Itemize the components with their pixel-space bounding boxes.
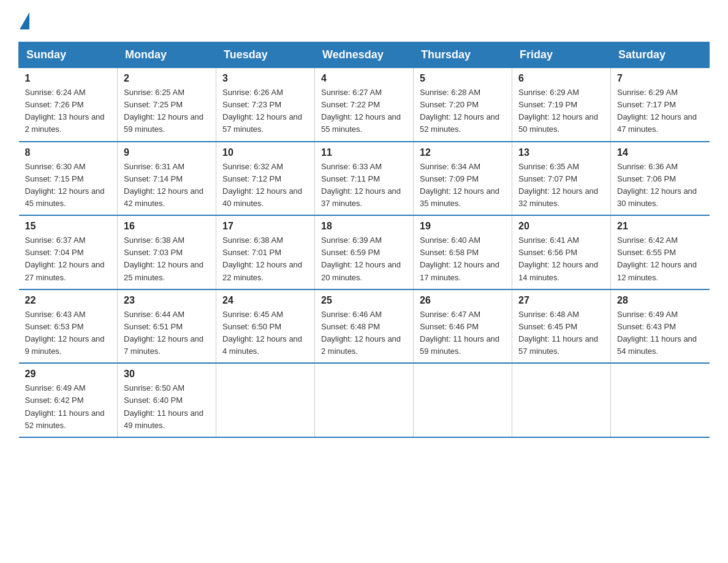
day-cell: 18 Sunrise: 6:39 AMSunset: 6:59 PMDaylig…: [315, 215, 414, 289]
page-header: [18, 12, 710, 29]
day-number: 13: [518, 147, 604, 158]
day-number: 11: [321, 147, 407, 158]
day-info: Sunrise: 6:38 AMSunset: 7:01 PMDaylight:…: [222, 234, 308, 284]
day-number: 25: [321, 295, 407, 306]
day-cell: 20 Sunrise: 6:41 AMSunset: 6:56 PMDaylig…: [512, 215, 611, 289]
day-cell: 19 Sunrise: 6:40 AMSunset: 6:58 PMDaylig…: [414, 215, 512, 289]
day-cell: [611, 363, 710, 437]
day-cell: 30 Sunrise: 6:50 AMSunset: 6:40 PMDaylig…: [118, 363, 216, 437]
logo: [18, 12, 31, 29]
day-cell: 11 Sunrise: 6:33 AMSunset: 7:11 PMDaylig…: [315, 142, 414, 216]
day-info: Sunrise: 6:49 AMSunset: 6:42 PMDaylight:…: [25, 382, 112, 432]
day-info: Sunrise: 6:46 AMSunset: 6:48 PMDaylight:…: [321, 308, 407, 358]
header-wednesday: Wednesday: [315, 42, 414, 68]
day-info: Sunrise: 6:37 AMSunset: 7:04 PMDaylight:…: [25, 234, 112, 284]
day-info: Sunrise: 6:44 AMSunset: 6:51 PMDaylight:…: [124, 308, 210, 358]
week-row-2: 8 Sunrise: 6:30 AMSunset: 7:15 PMDayligh…: [19, 142, 710, 216]
day-info: Sunrise: 6:33 AMSunset: 7:11 PMDaylight:…: [321, 161, 407, 210]
day-cell: 6 Sunrise: 6:29 AMSunset: 7:19 PMDayligh…: [512, 68, 611, 142]
day-info: Sunrise: 6:24 AMSunset: 7:26 PMDaylight:…: [25, 86, 112, 136]
day-cell: 7 Sunrise: 6:29 AMSunset: 7:17 PMDayligh…: [611, 68, 710, 142]
day-info: Sunrise: 6:45 AMSunset: 6:50 PMDaylight:…: [222, 308, 308, 358]
day-number: 9: [124, 147, 210, 158]
day-cell: 23 Sunrise: 6:44 AMSunset: 6:51 PMDaylig…: [118, 289, 216, 364]
day-info: Sunrise: 6:39 AMSunset: 6:59 PMDaylight:…: [321, 234, 407, 284]
day-info: Sunrise: 6:40 AMSunset: 6:58 PMDaylight:…: [420, 234, 506, 284]
day-cell: 22 Sunrise: 6:43 AMSunset: 6:53 PMDaylig…: [19, 289, 118, 364]
day-info: Sunrise: 6:42 AMSunset: 6:55 PMDaylight:…: [617, 234, 703, 284]
day-number: 1: [25, 73, 112, 84]
day-number: 3: [222, 73, 308, 84]
day-info: Sunrise: 6:25 AMSunset: 7:25 PMDaylight:…: [124, 86, 210, 136]
header-tuesday: Tuesday: [216, 42, 315, 68]
day-info: Sunrise: 6:48 AMSunset: 6:45 PMDaylight:…: [518, 308, 604, 358]
day-cell: 1 Sunrise: 6:24 AMSunset: 7:26 PMDayligh…: [19, 68, 118, 142]
day-cell: 28 Sunrise: 6:49 AMSunset: 6:43 PMDaylig…: [611, 289, 710, 364]
day-cell: 5 Sunrise: 6:28 AMSunset: 7:20 PMDayligh…: [414, 68, 512, 142]
week-row-3: 15 Sunrise: 6:37 AMSunset: 7:04 PMDaylig…: [19, 215, 710, 289]
day-cell: [315, 363, 414, 437]
day-info: Sunrise: 6:34 AMSunset: 7:09 PMDaylight:…: [420, 161, 506, 210]
day-info: Sunrise: 6:36 AMSunset: 7:06 PMDaylight:…: [617, 161, 703, 210]
day-info: Sunrise: 6:27 AMSunset: 7:22 PMDaylight:…: [321, 86, 407, 136]
day-number: 4: [321, 73, 407, 84]
day-number: 16: [124, 221, 210, 232]
day-number: 22: [25, 295, 112, 306]
day-cell: 9 Sunrise: 6:31 AMSunset: 7:14 PMDayligh…: [118, 142, 216, 216]
day-number: 27: [518, 295, 604, 306]
header-row: SundayMondayTuesdayWednesdayThursdayFrid…: [19, 42, 710, 68]
day-info: Sunrise: 6:28 AMSunset: 7:20 PMDaylight:…: [420, 86, 506, 136]
week-row-4: 22 Sunrise: 6:43 AMSunset: 6:53 PMDaylig…: [19, 289, 710, 364]
day-number: 6: [518, 73, 604, 84]
day-number: 7: [617, 73, 703, 84]
day-cell: [216, 363, 315, 437]
day-cell: 29 Sunrise: 6:49 AMSunset: 6:42 PMDaylig…: [19, 363, 118, 437]
header-thursday: Thursday: [414, 42, 512, 68]
day-cell: 27 Sunrise: 6:48 AMSunset: 6:45 PMDaylig…: [512, 289, 611, 364]
header-friday: Friday: [512, 42, 611, 68]
day-number: 12: [420, 147, 506, 158]
day-number: 8: [25, 147, 112, 158]
day-cell: 15 Sunrise: 6:37 AMSunset: 7:04 PMDaylig…: [19, 215, 118, 289]
day-number: 2: [124, 73, 210, 84]
week-row-5: 29 Sunrise: 6:49 AMSunset: 6:42 PMDaylig…: [19, 363, 710, 437]
day-cell: [512, 363, 611, 437]
day-cell: 13 Sunrise: 6:35 AMSunset: 7:07 PMDaylig…: [512, 142, 611, 216]
header-sunday: Sunday: [19, 42, 118, 68]
day-info: Sunrise: 6:32 AMSunset: 7:12 PMDaylight:…: [222, 161, 308, 210]
day-number: 15: [25, 221, 112, 232]
day-info: Sunrise: 6:29 AMSunset: 7:19 PMDaylight:…: [518, 86, 604, 136]
day-info: Sunrise: 6:31 AMSunset: 7:14 PMDaylight:…: [124, 161, 210, 210]
day-number: 17: [222, 221, 308, 232]
logo-triangle-icon: [20, 12, 29, 29]
day-info: Sunrise: 6:50 AMSunset: 6:40 PMDaylight:…: [124, 382, 210, 432]
day-cell: 14 Sunrise: 6:36 AMSunset: 7:06 PMDaylig…: [611, 142, 710, 216]
day-number: 21: [617, 221, 703, 232]
day-number: 18: [321, 221, 407, 232]
header-monday: Monday: [118, 42, 216, 68]
day-number: 30: [124, 369, 210, 380]
day-cell: 8 Sunrise: 6:30 AMSunset: 7:15 PMDayligh…: [19, 142, 118, 216]
day-number: 29: [25, 369, 112, 380]
day-info: Sunrise: 6:26 AMSunset: 7:23 PMDaylight:…: [222, 86, 308, 136]
day-number: 24: [222, 295, 308, 306]
day-info: Sunrise: 6:35 AMSunset: 7:07 PMDaylight:…: [518, 161, 604, 210]
day-cell: 21 Sunrise: 6:42 AMSunset: 6:55 PMDaylig…: [611, 215, 710, 289]
day-info: Sunrise: 6:49 AMSunset: 6:43 PMDaylight:…: [617, 308, 703, 358]
day-cell: 4 Sunrise: 6:27 AMSunset: 7:22 PMDayligh…: [315, 68, 414, 142]
day-info: Sunrise: 6:38 AMSunset: 7:03 PMDaylight:…: [124, 234, 210, 284]
day-cell: 26 Sunrise: 6:47 AMSunset: 6:46 PMDaylig…: [414, 289, 512, 364]
header-saturday: Saturday: [611, 42, 710, 68]
day-cell: 17 Sunrise: 6:38 AMSunset: 7:01 PMDaylig…: [216, 215, 315, 289]
day-cell: 3 Sunrise: 6:26 AMSunset: 7:23 PMDayligh…: [216, 68, 315, 142]
day-cell: 10 Sunrise: 6:32 AMSunset: 7:12 PMDaylig…: [216, 142, 315, 216]
day-info: Sunrise: 6:30 AMSunset: 7:15 PMDaylight:…: [25, 161, 112, 210]
day-cell: 2 Sunrise: 6:25 AMSunset: 7:25 PMDayligh…: [118, 68, 216, 142]
day-cell: 16 Sunrise: 6:38 AMSunset: 7:03 PMDaylig…: [118, 215, 216, 289]
week-row-1: 1 Sunrise: 6:24 AMSunset: 7:26 PMDayligh…: [19, 68, 710, 142]
day-cell: 24 Sunrise: 6:45 AMSunset: 6:50 PMDaylig…: [216, 289, 315, 364]
day-number: 14: [617, 147, 703, 158]
day-number: 5: [420, 73, 506, 84]
day-number: 19: [420, 221, 506, 232]
day-cell: [414, 363, 512, 437]
